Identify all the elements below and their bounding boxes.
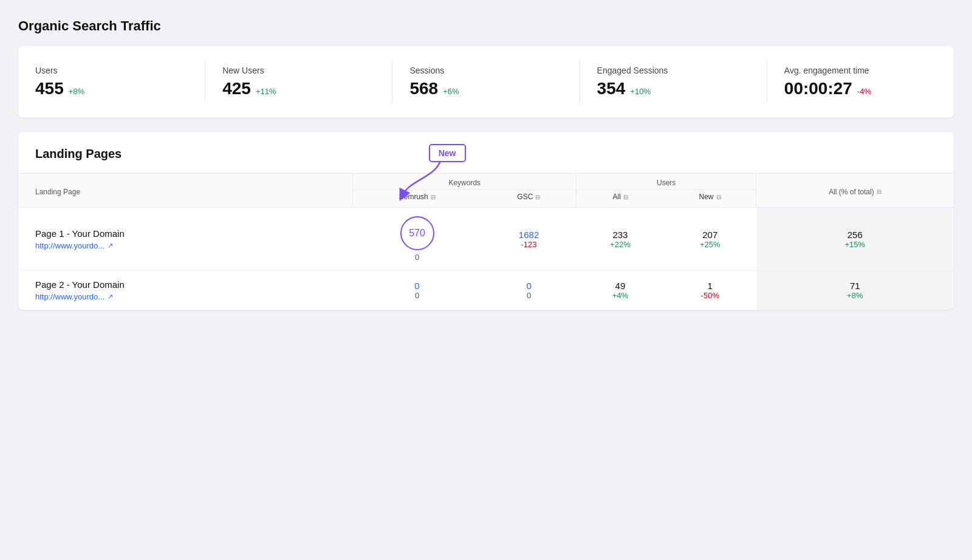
- metric-engaged-change: +10%: [630, 87, 651, 96]
- page2-all-pct-main: 71: [764, 281, 946, 291]
- page1-semrush-sub: 0: [360, 253, 474, 262]
- page-title: Organic Search Traffic: [18, 18, 954, 34]
- page1-users-new-cell: 207 +25%: [664, 208, 756, 271]
- page1-semrush-cell: New 570 0: [353, 208, 482, 271]
- page1-url[interactable]: http://www.yourdo... ↗︎: [35, 241, 346, 250]
- page1-gsc-cell: 1682 -123: [481, 208, 576, 271]
- page2-users-all-main: 49: [584, 281, 657, 291]
- page1-gsc-sub: -123: [488, 240, 569, 249]
- metric-engaged-label: Engaged Sessions: [597, 66, 750, 75]
- users-all-filter-icon[interactable]: ⊟: [623, 194, 628, 200]
- metric-users: Users 455 +8%: [18, 61, 205, 103]
- metric-avg-engagement: Avg. engagement time 00:00:27 -4%: [767, 61, 954, 103]
- col-users-new: New ⊟: [664, 190, 756, 208]
- all-pct-filter-icon[interactable]: ⊟: [877, 188, 881, 195]
- page1-cell: Page 1 - Your Domain http://www.yourdo..…: [18, 208, 353, 271]
- page2-name: Page 2 - Your Domain: [35, 279, 346, 290]
- col-keywords-group: Keywords: [353, 174, 577, 190]
- col-gsc: GSC ⊟: [481, 190, 576, 208]
- page2-users-all-cell: 49 +4%: [577, 271, 664, 310]
- metric-avg-value: 00:00:27: [784, 79, 852, 98]
- external-link-icon[interactable]: ↗︎: [108, 242, 113, 250]
- metric-avg-label: Avg. engagement time: [784, 66, 937, 75]
- metric-avg-change: -4%: [857, 87, 871, 96]
- metric-users-change: +8%: [69, 87, 84, 96]
- page1-users-new-main: 207: [671, 230, 748, 240]
- metric-new-users-value: 425: [222, 79, 251, 98]
- page2-all-pct-sub: +8%: [764, 291, 946, 300]
- metric-users-label: Users: [35, 66, 188, 75]
- page2-all-pct-cell: 71 +8%: [756, 271, 954, 310]
- page2-semrush-main: 0: [360, 281, 474, 291]
- page1-all-pct-sub: +15%: [764, 240, 946, 249]
- semrush-filter-icon[interactable]: ⊟: [431, 194, 436, 200]
- gsc-filter-icon[interactable]: ⊟: [535, 194, 540, 200]
- metric-new-users-change: +11%: [256, 87, 276, 96]
- metric-sessions: Sessions 568 +6%: [392, 61, 580, 103]
- table-row: Page 1 - Your Domain http://www.yourdo..…: [18, 208, 954, 271]
- all-pct-filter: All (% of total) ⊟: [829, 188, 881, 196]
- page2-gsc-sub: 0: [488, 291, 569, 300]
- metrics-card: Users 455 +8% New Users 425 +11% Session…: [18, 46, 954, 118]
- col-semrush: Semrush ⊟: [353, 190, 482, 208]
- col-all-pct-header: All (% of total) ⊟: [756, 174, 954, 208]
- page1-all-pct-main: 256: [764, 230, 946, 240]
- metric-engaged-sessions: Engaged Sessions 354 +10%: [580, 61, 767, 103]
- metric-engaged-value: 354: [597, 79, 626, 98]
- page2-url[interactable]: http://www.yourdo... ↗︎: [35, 292, 346, 301]
- landing-pages-table: Landing Page Keywords Users All (% of to…: [18, 173, 954, 310]
- page1-name: Page 1 - Your Domain: [35, 228, 346, 239]
- page2-users-new-main: 1: [671, 281, 748, 291]
- metric-new-users-label: New Users: [222, 66, 375, 75]
- page1-gsc-main: 1682: [488, 230, 569, 240]
- page1-users-all-sub: +22%: [584, 240, 657, 249]
- table-header-top: Landing Page Keywords Users All (% of to…: [18, 174, 954, 190]
- landing-pages-title: Landing Pages: [18, 147, 954, 173]
- page2-users-new-sub: -50%: [671, 291, 748, 300]
- metric-sessions-value: 568: [409, 79, 438, 98]
- page2-semrush-cell: 0 0: [353, 271, 482, 310]
- page2-gsc-main: 0: [488, 281, 569, 291]
- page1-all-pct-cell: 256 +15%: [756, 208, 954, 271]
- page1-users-all-cell: 233 +22%: [577, 208, 664, 271]
- page2-users-all-sub: +4%: [584, 291, 657, 300]
- page2-gsc-cell: 0 0: [481, 271, 576, 310]
- metric-users-value: 455: [35, 79, 64, 98]
- page2-users-new-cell: 1 -50%: [664, 271, 756, 310]
- page1-semrush-circle: 570: [400, 216, 434, 250]
- col-users-all: All ⊟: [577, 190, 664, 208]
- page2-cell: Page 2 - Your Domain http://www.yourdo..…: [18, 271, 353, 310]
- col-landing-page: Landing Page: [18, 174, 353, 208]
- table-row: Page 2 - Your Domain http://www.yourdo..…: [18, 271, 954, 310]
- metric-new-users: New Users 425 +11%: [205, 61, 392, 103]
- col-users-group: Users: [577, 174, 756, 190]
- metric-sessions-change: +6%: [443, 87, 459, 96]
- metric-sessions-label: Sessions: [409, 66, 562, 75]
- users-new-filter-icon[interactable]: ⊟: [716, 194, 721, 200]
- page1-users-all-main: 233: [584, 230, 657, 240]
- page2-semrush-sub: 0: [360, 291, 474, 300]
- landing-pages-section: Landing Pages Landing Page Keywords User…: [18, 132, 954, 310]
- external-link-icon-2[interactable]: ↗︎: [108, 293, 113, 301]
- page1-users-new-sub: +25%: [671, 240, 748, 249]
